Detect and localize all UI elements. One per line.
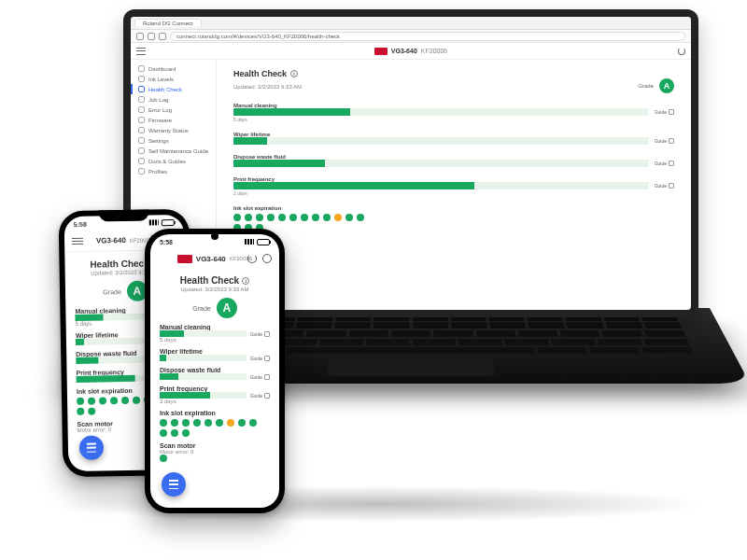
guide-icon [264,393,270,399]
guide-link[interactable]: Guide [250,374,270,380]
brand-logo [177,255,192,263]
sidebar-item-label: Warranty Status [148,128,189,133]
status-time: 5:58 [160,239,173,245]
chip-icon [138,117,145,123]
metric-dispose-waste: Dispose waste fluid Guide [160,367,270,380]
guide-link[interactable]: Guide [655,183,674,189]
sidebar-item-label: Self Maintenance Guide [148,148,208,154]
sidebar-item-docs[interactable]: Docs & Guides [131,156,216,166]
metric-sub: 2 days [160,399,270,404]
metric-print-frequency: Print frequency Guide 2 days [160,385,270,404]
sidebar-item-profiles[interactable]: Profiles [131,166,216,176]
sidebar-item-label: Settings [148,138,169,144]
brand-logo [374,48,388,55]
sidebar-item-label: Ink Levels [148,77,174,82]
metric-dispose-waste: Dispose waste fluid Guide [233,154,674,167]
refresh-icon[interactable] [247,254,257,263]
metric-manual-cleaning: Manual cleaning Guide 5 days [233,103,674,122]
sidebar-item-firmware[interactable]: Firmware [131,115,216,125]
sidebar-item-ink-levels[interactable]: Ink Levels [131,74,216,84]
main-content: Health Check i Updated: 3/2/2023 9:33 AM… [217,60,691,310]
account-icon[interactable] [262,254,272,263]
grade-label: Grade [192,305,210,312]
page-title-row: Health Check i [233,69,674,78]
battery-icon [162,219,175,226]
progress-bar [160,392,247,399]
progress-bar [233,160,649,167]
metric-wiper-lifetime: Wiper lifetime Guide [160,348,270,361]
browser-tab-bar: Roland DG Connect [131,17,691,30]
grade-label: Grade [638,83,654,89]
guide-icon [264,356,270,361]
page-title: Health Check [90,259,149,270]
sidebar-item-maintenance-guide[interactable]: Self Maintenance Guide [131,146,216,156]
sidebar-item-settings[interactable]: Settings [131,135,216,146]
error-icon [138,106,145,113]
reload-icon[interactable] [159,33,166,40]
sidebar-item-health-check[interactable]: Health Check [131,84,216,94]
mobile-header: VG3-640 KF20006 [150,249,279,268]
progress-bar [160,330,247,337]
forward-icon[interactable] [148,33,155,40]
sidebar-item-label: Firmware [148,118,172,123]
guide-link[interactable]: Guide [655,161,674,166]
guide-link[interactable]: Guide [250,393,270,399]
info-icon[interactable]: i [242,277,249,285]
progress-bar [233,137,649,145]
metric-label: Manual cleaning [160,324,270,330]
phone-camera-hole [211,232,218,240]
sidebar-item-warranty[interactable]: Warranty Status [131,125,216,135]
guide-icon [264,374,270,380]
sidebar-item-job-log[interactable]: Job Log [131,94,216,105]
app-header: VG3-640 KF20006 [131,43,691,60]
guide-label: Guide [250,374,262,380]
sidebar-item-label: Health Check [148,87,182,92]
metric-label: Ink slot expiration [233,205,674,211]
address-bar[interactable]: connect.rolanddg.com/#/devices/VG3-640_K… [170,32,685,41]
guide-icon [669,161,674,166]
metric-wiper-lifetime: Wiper lifetime Guide [233,132,674,145]
shield-icon [138,127,145,133]
browser-tab[interactable]: Roland DG Connect [134,19,202,27]
guide-icon [669,109,674,115]
phone-screen: 5:58 VG3-640 KF20006 Health Checki Updat… [150,234,279,508]
metric-label: Ink slot expiration [160,410,270,416]
scan-motor: Scan motor Motor error: 0 [160,442,270,464]
guide-label: Guide [655,161,667,166]
back-icon[interactable] [136,33,144,40]
guide-icon [264,331,270,337]
ink-slot-expiration: Ink slot expiration [233,205,674,231]
refresh-icon[interactable] [678,48,685,55]
battery-icon [257,239,270,245]
metric-sub: Motor error: 0 [160,449,270,455]
metric-sub: Motor error: 0 [233,246,674,252]
sidebar-item-dashboard[interactable]: Dashboard [131,63,216,74]
profile-icon [138,168,145,175]
guide-label: Guide [250,331,262,337]
guide-icon [669,138,674,144]
guide-label: Guide [655,138,667,144]
status-dot [160,455,167,462]
guide-icon [669,183,674,189]
guide-link[interactable]: Guide [250,331,270,337]
menu-icon[interactable] [72,238,83,245]
sidebar-item-error-log[interactable]: Error Log [131,105,216,115]
menu-icon[interactable] [136,48,146,55]
guide-label: Guide [250,356,262,361]
guide-label: Guide [250,393,262,399]
page-title: Health Check [180,275,239,286]
device-model: VG3-640 [96,236,126,245]
guide-link[interactable]: Guide [655,109,674,115]
info-icon[interactable]: i [290,70,298,77]
phone-mockup-front: 5:58 VG3-640 KF20006 Health Checki Updat… [145,229,285,513]
device-serial: KF20006 [421,48,447,54]
signal-icon [245,239,254,245]
page-title-row: Health Checki [160,275,270,286]
dashboard-icon [138,65,145,72]
metric-label: Scan motor [160,442,270,449]
guide-link[interactable]: Guide [655,138,674,144]
ink-dots-row2 [233,224,674,231]
guide-link[interactable]: Guide [250,356,270,361]
fab-button[interactable] [162,472,186,497]
signal-icon [149,219,159,225]
